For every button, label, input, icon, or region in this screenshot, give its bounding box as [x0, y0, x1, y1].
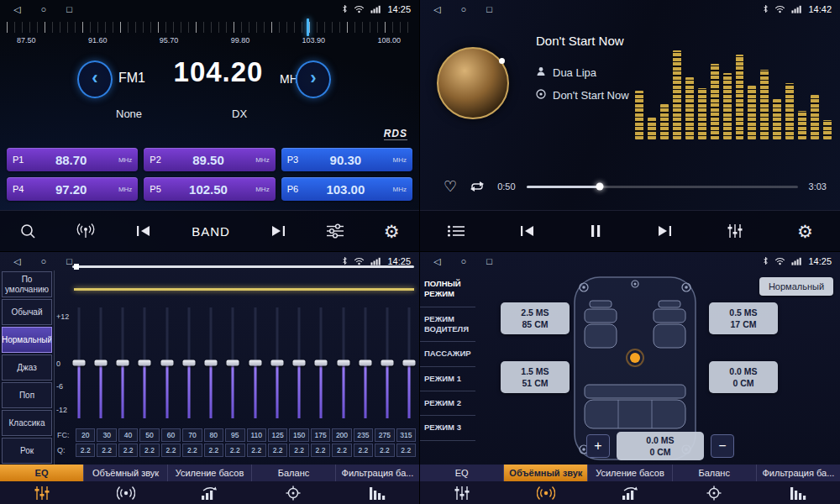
pause-icon[interactable]: [590, 224, 601, 238]
radio-preset-p3[interactable]: P390.30MHz: [281, 148, 412, 171]
nav-home-icon[interactable]: ○: [40, 252, 46, 270]
band-button[interactable]: BAND: [192, 224, 230, 239]
delay-increase-button[interactable]: +: [586, 434, 610, 458]
nav-back-icon[interactable]: ◁: [433, 252, 440, 270]
surround-tab-icon[interactable]: [504, 486, 588, 501]
eq-slider-knob[interactable]: [249, 360, 261, 366]
radio-preset-p5[interactable]: P5102.50MHz: [144, 177, 275, 201]
tune-down-button[interactable]: ‹: [77, 60, 113, 98]
broadcast-scan-icon[interactable]: [76, 223, 96, 239]
nav-recents-icon[interactable]: □: [486, 252, 492, 270]
delay-front-left[interactable]: 2.5 MS85 CM: [501, 302, 570, 334]
nav-recents-icon[interactable]: □: [66, 252, 72, 270]
eq-slider-knob[interactable]: [139, 360, 151, 366]
eq-slider-knob[interactable]: [72, 360, 85, 366]
album-art[interactable]: [437, 47, 509, 119]
eq-slider-knob[interactable]: [315, 360, 328, 366]
search-icon[interactable]: [19, 223, 36, 239]
eq-band-slider[interactable]: [249, 307, 261, 418]
next-track-icon[interactable]: [656, 224, 673, 238]
tab-bass[interactable]: Усиление басов: [168, 465, 252, 481]
delay-decrease-button[interactable]: −: [711, 434, 734, 458]
progress-knob[interactable]: [596, 183, 603, 191]
eq-band-slider[interactable]: [94, 307, 107, 418]
eq-sliders-icon[interactable]: [727, 223, 743, 239]
eq-tab-icon[interactable]: [420, 486, 504, 501]
radio-preset-p6[interactable]: P6103.00MHz: [281, 177, 412, 201]
filter-tab-icon[interactable]: [335, 486, 419, 501]
eq-preset-item[interactable]: Нормальный: [2, 327, 52, 353]
tab-bass[interactable]: Усиление басов: [588, 465, 672, 481]
mixer-icon[interactable]: [326, 223, 344, 239]
delay-rear-left[interactable]: 1.5 MS51 CM: [501, 361, 570, 393]
nav-home-icon[interactable]: ○: [460, 252, 466, 270]
eq-preset-item[interactable]: Обычай: [2, 299, 52, 325]
eq-preset-item[interactable]: По умолчанию: [2, 271, 52, 297]
eq-preset-item[interactable]: Джаз: [2, 354, 52, 381]
eq-band-slider[interactable]: [337, 307, 349, 418]
eq-slider-knob[interactable]: [182, 360, 195, 366]
eq-band-slider[interactable]: [139, 307, 151, 418]
eq-slider-knob[interactable]: [117, 360, 129, 366]
eq-band-slider[interactable]: [227, 307, 239, 418]
tab-filter[interactable]: Фильтрация ба...: [336, 465, 419, 481]
tab-eq[interactable]: EQ: [0, 465, 84, 481]
filter-tab-icon[interactable]: [756, 486, 840, 501]
eq-preset-item[interactable]: Поп: [2, 382, 52, 408]
eq-tab-icon[interactable]: [0, 486, 84, 501]
tab-surround[interactable]: Объёмный звук: [504, 465, 588, 481]
tune-up-button[interactable]: ›: [296, 60, 331, 98]
settings-gear-icon[interactable]: ⚙: [797, 223, 813, 240]
eq-band-slider[interactable]: [293, 307, 306, 418]
nav-home-icon[interactable]: ○: [460, 0, 466, 18]
radio-preset-p1[interactable]: P188.70MHz: [7, 148, 138, 171]
tab-eq[interactable]: EQ: [420, 465, 504, 481]
surround-mode-item[interactable]: ПОЛНЫЙ РЕЖИМ: [420, 272, 475, 307]
eq-band-slider[interactable]: [182, 307, 195, 418]
bass-tab-icon[interactable]: [168, 486, 252, 501]
tab-balance[interactable]: Баланс: [673, 465, 757, 481]
radio-preset-p2[interactable]: P289.50MHz: [144, 148, 275, 171]
surround-mode-item[interactable]: ПАССАЖИР: [420, 342, 475, 366]
eq-band-slider[interactable]: [205, 307, 218, 418]
previous-track-icon[interactable]: [519, 224, 536, 238]
favorite-heart-icon[interactable]: ♡: [444, 179, 457, 194]
nav-home-icon[interactable]: ○: [40, 0, 46, 18]
nav-recents-icon[interactable]: □: [66, 0, 72, 18]
eq-slider-knob[interactable]: [403, 360, 416, 366]
eq-band-slider[interactable]: [117, 307, 129, 418]
playlist-icon[interactable]: [447, 224, 465, 238]
balance-tab-icon[interactable]: [672, 486, 756, 501]
eq-band-slider[interactable]: [381, 307, 394, 418]
eq-slider-knob[interactable]: [337, 360, 349, 366]
eq-slider-knob[interactable]: [293, 360, 306, 366]
eq-slider-knob[interactable]: [381, 360, 394, 366]
tab-filter[interactable]: Фильтрация ба...: [757, 465, 840, 481]
progress-bar[interactable]: [527, 186, 798, 188]
eq-slider-knob[interactable]: [270, 360, 283, 366]
nav-back-icon[interactable]: ◁: [13, 0, 20, 18]
eq-slider-knob[interactable]: [94, 360, 107, 366]
profile-button[interactable]: Нормальный: [759, 277, 833, 296]
frequency-scale[interactable]: 87.5091.6095.7099.80103.90108.00: [7, 22, 412, 52]
eq-preset-item[interactable]: Рок: [2, 438, 52, 464]
eq-slider-knob[interactable]: [205, 360, 218, 366]
surround-tab-icon[interactable]: [84, 486, 168, 501]
radio-preset-p4[interactable]: P497.20MHz: [7, 177, 138, 201]
eq-slider-knob[interactable]: [160, 360, 173, 366]
nav-recents-icon[interactable]: □: [486, 0, 492, 18]
settings-gear-icon[interactable]: ⚙: [384, 223, 400, 240]
nav-back-icon[interactable]: ◁: [13, 252, 20, 270]
eq-slider-knob[interactable]: [227, 360, 239, 366]
surround-mode-item[interactable]: РЕЖИМ ВОДИТЕЛЯ: [420, 307, 475, 343]
bass-tab-icon[interactable]: [588, 486, 672, 501]
eq-band-slider[interactable]: [403, 307, 416, 418]
eq-band-slider[interactable]: [270, 307, 283, 418]
delay-front-right[interactable]: 0.5 MS17 CM: [709, 302, 778, 334]
eq-slider-knob[interactable]: [359, 360, 371, 366]
tab-surround[interactable]: Объёмный звук: [84, 465, 168, 481]
eq-band-slider[interactable]: [72, 307, 85, 418]
surround-mode-item[interactable]: РЕЖИМ 3: [420, 416, 475, 440]
tab-balance[interactable]: Баланс: [252, 465, 336, 481]
balance-tab-icon[interactable]: [251, 486, 335, 501]
